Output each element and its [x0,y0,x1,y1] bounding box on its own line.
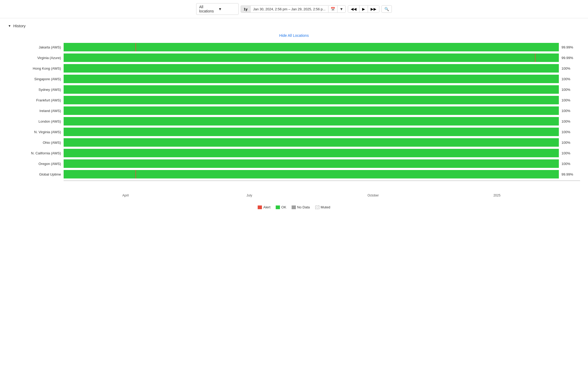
chart-bar-green [64,138,559,147]
legend: Alert OK No Data Muted [8,205,580,209]
legend-muted-color [315,205,319,209]
chart-row-percentage: 100% [561,151,580,155]
chart-bar-wrapper [64,138,559,147]
chart-container: Jakarta (AWS)99.99%Virginia (Azure)99.99… [8,43,580,192]
chart-row: Hong Kong (AWS)100% [8,64,580,73]
nav-play-button[interactable]: ▶ [359,6,368,12]
content-area: ▼ History Hide All Locations Jakarta (AW… [0,18,588,214]
chart-row-label: Singapore (AWS) [8,77,61,81]
chart-row: Ireland (AWS)100% [8,106,580,115]
chevron-down-icon: ▼ [8,24,11,28]
chart-row: Global Uptime99.99% [8,170,580,178]
chart-row-percentage: 100% [561,77,580,81]
chart-row: N. Virginia (AWS)100% [8,128,580,136]
history-title: History [13,24,26,28]
calendar-icon[interactable]: 📅 [328,6,337,12]
chart-row-label: Jakarta (AWS) [8,45,61,49]
chart-row: Singapore (AWS)100% [8,75,580,83]
chart-bar-green [64,53,559,62]
time-range-group: 1y Jan 30, 2024, 2:56 pm – Jan 29, 2025,… [241,5,346,13]
chart-row: London (AWS)100% [8,117,580,126]
chart-row-label: N. Virginia (AWS) [8,130,61,134]
chart-bar-green [64,106,559,115]
chart-row-label: Global Uptime [8,172,61,176]
legend-muted-label: Muted [321,205,330,209]
search-button[interactable]: 🔍 [381,5,392,13]
nav-next-next-button[interactable]: ▶▶ [368,6,379,12]
chart-row: Oregon (AWS)100% [8,159,580,168]
chart-alert-marker [135,170,136,178]
time-period-button[interactable]: 1y [241,6,250,12]
chart-bar-green [64,170,559,178]
chart-row-percentage: 100% [561,109,580,113]
legend-nodata-color [292,205,296,209]
chart-bar-green [64,64,559,73]
chart-bar-green [64,159,559,168]
chart-row-label: N. California (AWS) [8,151,61,155]
hide-all-link[interactable]: Hide All Locations [8,33,580,38]
chart-row-label: Hong Kong (AWS) [8,66,61,70]
nav-controls: ◀◀ ▶ ▶▶ [348,5,379,13]
legend-alert-label: Alert [263,205,270,209]
chart-row-percentage: 100% [561,162,580,166]
chart-row: Jakarta (AWS)99.99% [8,43,580,51]
legend-alert-item: Alert [258,205,270,209]
chart-row: Ohio (AWS)100% [8,138,580,147]
history-section-header[interactable]: ▼ History [8,24,580,28]
chart-bar-wrapper [64,117,559,126]
chart-bar-wrapper [64,64,559,73]
chart-bar-wrapper [64,43,559,51]
chart-row-percentage: 99.99% [561,172,580,176]
chart-row: Virginia (Azure)99.99% [8,53,580,62]
chart-alert-marker [135,43,136,51]
chart-row: Frankfurt (AWS)100% [8,96,580,104]
chart-bar-wrapper [64,128,559,136]
chart-bar-wrapper [64,159,559,168]
chart-row-percentage: 100% [561,88,580,92]
top-bar: All locations ▼ 1y Jan 30, 2024, 2:56 pm… [0,0,588,18]
date-range-display: Jan 30, 2024, 2:56 pm – Jan 29, 2025, 2:… [250,6,328,12]
chart-row-percentage: 99.99% [561,45,580,49]
location-label: All locations [199,5,217,13]
x-axis-label: 2025 [435,194,559,197]
location-dropdown[interactable]: All locations ▼ [196,3,239,15]
chart-row: N. California (AWS)100% [8,149,580,157]
x-axis-label: October [311,194,435,197]
chart-row-percentage: 99.99% [561,56,580,60]
nav-prev-prev-button[interactable]: ◀◀ [348,6,359,12]
x-axis-label: July [187,194,311,197]
legend-ok-color [276,205,280,209]
chart-bar-wrapper [64,170,559,178]
chart-row-percentage: 100% [561,66,580,70]
chart-bar-wrapper [64,85,559,94]
chart-bar-wrapper [64,149,559,157]
legend-ok-item: OK [276,205,286,209]
chart-bar-green [64,128,559,136]
chart-row-label: Sydney (AWS) [8,88,61,92]
chart-bar-green [64,117,559,126]
chart-bar-green [64,149,559,157]
chart-row-label: Oregon (AWS) [8,162,61,166]
chart-row-percentage: 100% [561,119,580,123]
legend-nodata-label: No Data [297,205,310,209]
chart-bar-wrapper [64,106,559,115]
chart-row-label: Ohio (AWS) [8,141,61,145]
chart-row-label: Virginia (Azure) [8,56,61,60]
chart-row-label: London (AWS) [8,119,61,123]
x-axis-label: April [64,194,187,197]
date-dropdown-arrow[interactable]: ▼ [337,6,345,12]
chart-row-percentage: 100% [561,98,580,102]
chart-row-percentage: 100% [561,141,580,145]
legend-alert-color [258,205,262,209]
chart-bar-green [64,43,559,51]
chart-bar-green [64,85,559,94]
dropdown-arrow-icon: ▼ [218,7,236,11]
chart-alert-marker [535,53,536,62]
chart-row: Sydney (AWS)100% [8,85,580,94]
chart-bar-green [64,75,559,83]
legend-nodata-item: No Data [292,205,310,209]
chart-bar-wrapper [64,75,559,83]
x-axis-labels: AprilJulyOctober2025 [64,194,580,197]
legend-ok-label: OK [281,205,286,209]
chart-row-label: Ireland (AWS) [8,109,61,113]
